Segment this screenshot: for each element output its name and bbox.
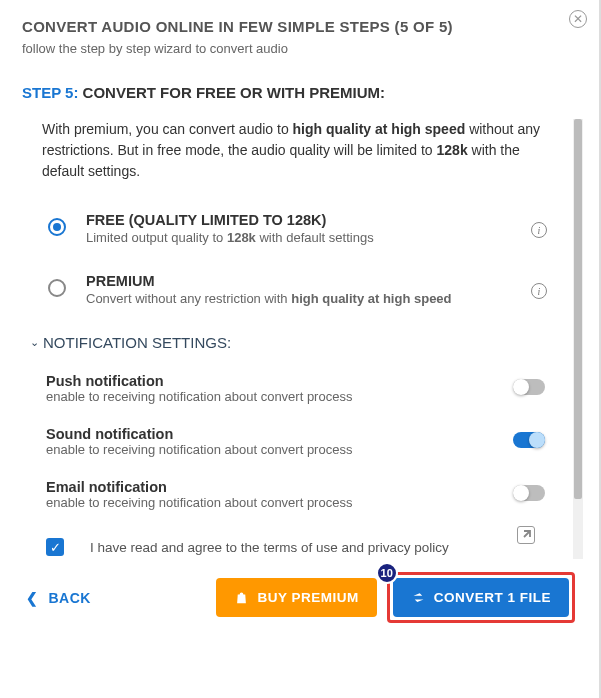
convert-button[interactable]: CONVERT 1 FILE bbox=[393, 578, 569, 617]
plan-options: FREE (QUALITY LIMITED TO 128K) Limited o… bbox=[48, 212, 549, 306]
dialog-subtitle: follow the step by step wizard to conver… bbox=[22, 41, 579, 56]
chevron-down-icon: ⌄ bbox=[30, 336, 39, 349]
push-toggle[interactable] bbox=[513, 379, 545, 395]
step-heading: STEP 5: CONVERT FOR FREE OR WITH PREMIUM… bbox=[22, 84, 579, 101]
wizard-dialog: ✕ CONVERT AUDIO ONLINE IN FEW SIMPLE STE… bbox=[0, 0, 601, 641]
step-badge: 10 bbox=[376, 562, 398, 584]
step-number: STEP 5: bbox=[22, 84, 78, 101]
footer-actions: BUY PREMIUM 10 CONVERT 1 FILE bbox=[216, 572, 575, 623]
sound-notification-row: Sound notification enable to receiving n… bbox=[46, 426, 545, 457]
option-premium[interactable]: PREMIUM Convert without any restriction … bbox=[48, 273, 549, 306]
intro-bold-bitrate: 128k bbox=[437, 142, 468, 158]
terms-checkbox[interactable]: ✓ bbox=[46, 538, 64, 556]
content-scroll: With premium, you can convert audio to h… bbox=[22, 119, 579, 623]
toggle-knob bbox=[513, 485, 529, 501]
chevron-left-icon: ❮ bbox=[26, 590, 39, 606]
intro-paragraph: With premium, you can convert audio to h… bbox=[42, 119, 559, 182]
email-desc: enable to receiving notification about c… bbox=[46, 495, 545, 510]
terms-text: I have read and agree to the terms of us… bbox=[90, 540, 449, 555]
back-button[interactable]: ❮ BACK bbox=[26, 590, 91, 606]
push-title: Push notification bbox=[46, 373, 545, 389]
check-icon: ✓ bbox=[50, 540, 61, 555]
option-premium-title: PREMIUM bbox=[86, 273, 549, 289]
info-icon[interactable]: i bbox=[531, 283, 547, 299]
sound-desc: enable to receiving notification about c… bbox=[46, 442, 545, 457]
email-toggle[interactable] bbox=[513, 485, 545, 501]
toggle-knob bbox=[513, 379, 529, 395]
buy-premium-button[interactable]: BUY PREMIUM bbox=[216, 578, 376, 617]
close-button[interactable]: ✕ bbox=[569, 10, 587, 28]
sound-toggle[interactable] bbox=[513, 432, 545, 448]
option-free-body: FREE (QUALITY LIMITED TO 128K) Limited o… bbox=[86, 212, 549, 245]
convert-label: CONVERT 1 FILE bbox=[434, 590, 551, 605]
back-label: BACK bbox=[49, 590, 91, 606]
intro-bold-quality: high quality at high speed bbox=[293, 121, 466, 137]
radio-free[interactable] bbox=[48, 218, 66, 236]
email-title: Email notification bbox=[46, 479, 545, 495]
email-notification-row: Email notification enable to receiving n… bbox=[46, 479, 545, 510]
section-title: NOTIFICATION SETTINGS: bbox=[43, 334, 231, 351]
buy-label: BUY PREMIUM bbox=[257, 590, 358, 605]
toggle-knob bbox=[529, 432, 545, 448]
terms-row: ✓ I have read and agree to the terms of … bbox=[46, 538, 579, 556]
dialog-title: CONVERT AUDIO ONLINE IN FEW SIMPLE STEPS… bbox=[22, 18, 579, 35]
option-free[interactable]: FREE (QUALITY LIMITED TO 128K) Limited o… bbox=[48, 212, 549, 245]
option-free-desc: Limited output quality to 128k with defa… bbox=[86, 230, 549, 245]
sound-title: Sound notification bbox=[46, 426, 545, 442]
external-link-button[interactable] bbox=[517, 526, 535, 544]
external-link-icon bbox=[520, 529, 532, 541]
option-free-title: FREE (QUALITY LIMITED TO 128K) bbox=[86, 212, 549, 228]
notification-settings-header[interactable]: ⌄ NOTIFICATION SETTINGS: bbox=[30, 334, 579, 351]
footer-bar: ❮ BACK BUY PREMIUM 10 CONVERT 1 FILE bbox=[22, 572, 579, 623]
radio-premium[interactable] bbox=[48, 279, 66, 297]
radio-dot-icon bbox=[53, 223, 61, 231]
step-title: CONVERT FOR FREE OR WITH PREMIUM: bbox=[83, 84, 386, 101]
push-desc: enable to receiving notification about c… bbox=[46, 389, 545, 404]
option-premium-desc: Convert without any restriction with hig… bbox=[86, 291, 549, 306]
shopping-bag-icon bbox=[234, 590, 249, 605]
option-premium-body: PREMIUM Convert without any restriction … bbox=[86, 273, 549, 306]
info-icon[interactable]: i bbox=[531, 222, 547, 238]
push-notification-row: Push notification enable to receiving no… bbox=[46, 373, 545, 404]
scrollbar-thumb[interactable] bbox=[574, 119, 582, 499]
close-icon: ✕ bbox=[573, 12, 583, 26]
swap-icon bbox=[411, 590, 426, 605]
intro-text: With premium, you can convert audio to bbox=[42, 121, 293, 137]
convert-highlight: 10 CONVERT 1 FILE bbox=[387, 572, 575, 623]
